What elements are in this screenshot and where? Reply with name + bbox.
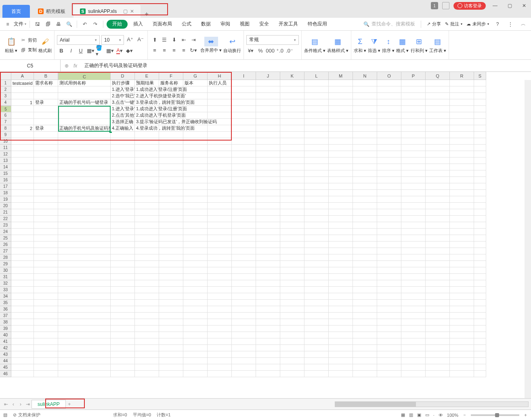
cell[interactable] xyxy=(159,222,183,229)
cell[interactable] xyxy=(111,293,135,300)
cell[interactable] xyxy=(34,164,58,170)
cell[interactable] xyxy=(232,274,256,280)
cell[interactable] xyxy=(232,203,256,209)
cell[interactable] xyxy=(159,170,183,177)
cell[interactable] xyxy=(232,235,256,242)
cell[interactable] xyxy=(232,326,256,332)
cell[interactable] xyxy=(58,371,111,377)
cell[interactable] xyxy=(401,306,426,313)
cell[interactable] xyxy=(183,170,208,177)
cell[interactable] xyxy=(159,190,183,196)
cell[interactable]: 登录 xyxy=(34,125,58,132)
cell[interactable] xyxy=(450,326,474,332)
cell[interactable] xyxy=(58,151,111,158)
cell[interactable] xyxy=(135,158,159,164)
cell[interactable] xyxy=(232,196,256,203)
cell[interactable] xyxy=(256,351,280,358)
row-header-25[interactable]: 25 xyxy=(0,235,11,242)
cell[interactable] xyxy=(256,151,280,158)
cell[interactable] xyxy=(401,177,426,183)
cell[interactable] xyxy=(426,338,450,345)
cell[interactable] xyxy=(159,345,183,351)
cell[interactable] xyxy=(401,235,426,242)
col-header-Q[interactable]: Q xyxy=(426,72,450,80)
cell[interactable] xyxy=(280,164,304,170)
cell[interactable] xyxy=(377,371,401,377)
cell[interactable] xyxy=(183,345,208,351)
cell[interactable] xyxy=(474,138,486,145)
cell[interactable]: 登录 xyxy=(34,99,58,106)
cell[interactable] xyxy=(280,86,304,93)
align-middle[interactable]: ☰ xyxy=(160,36,169,44)
cell[interactable] xyxy=(256,358,280,364)
cell[interactable] xyxy=(329,261,353,267)
cell[interactable] xyxy=(377,300,401,306)
cell[interactable] xyxy=(256,177,280,183)
cell[interactable] xyxy=(353,86,377,93)
cell[interactable] xyxy=(232,254,256,261)
cell[interactable] xyxy=(329,190,353,196)
cell[interactable] xyxy=(256,190,280,196)
wrap-button[interactable]: ↩自动换行 xyxy=(223,31,241,59)
cell[interactable] xyxy=(426,313,450,319)
cell[interactable] xyxy=(280,222,304,229)
help-icon[interactable]: ? xyxy=(493,20,502,29)
cell[interactable] xyxy=(280,177,304,183)
cell[interactable] xyxy=(58,306,111,313)
copy-button[interactable]: 🗐复制 xyxy=(20,46,37,55)
cell[interactable] xyxy=(280,242,304,248)
cell[interactable] xyxy=(34,183,58,190)
cell[interactable] xyxy=(474,326,486,332)
col-header-N[interactable]: N xyxy=(353,72,377,80)
cell[interactable] xyxy=(58,242,111,248)
cell[interactable] xyxy=(401,300,426,306)
cell[interactable] xyxy=(450,99,474,106)
cell[interactable] xyxy=(111,138,135,145)
sum-button[interactable]: Σ求和 ▾ xyxy=(354,31,366,59)
cell[interactable] xyxy=(474,151,486,158)
cell[interactable] xyxy=(304,177,329,183)
cell[interactable] xyxy=(377,280,401,287)
cell[interactable] xyxy=(183,261,208,267)
cell[interactable] xyxy=(474,93,486,99)
cell[interactable] xyxy=(353,274,377,280)
cell[interactable] xyxy=(208,132,232,138)
cell[interactable] xyxy=(34,274,58,280)
cell[interactable] xyxy=(280,203,304,209)
row-header-34[interactable]: 34 xyxy=(0,293,11,300)
cell[interactable]: 2.选中'我已' xyxy=(111,93,135,99)
cell[interactable] xyxy=(304,287,329,293)
save-as-icon[interactable]: 🗐 xyxy=(44,20,52,29)
cell[interactable] xyxy=(135,235,159,242)
cell[interactable] xyxy=(256,229,280,235)
cell[interactable] xyxy=(256,235,280,242)
cell[interactable] xyxy=(256,254,280,261)
cell[interactable] xyxy=(159,235,183,242)
cell[interactable] xyxy=(280,106,304,112)
cell[interactable] xyxy=(450,242,474,248)
cell[interactable] xyxy=(401,132,426,138)
cell[interactable] xyxy=(353,177,377,183)
cell[interactable] xyxy=(256,164,280,170)
cell[interactable] xyxy=(329,313,353,319)
cell[interactable] xyxy=(232,170,256,177)
cell[interactable] xyxy=(183,222,208,229)
cell[interactable]: 版本 xyxy=(183,80,208,86)
cell[interactable] xyxy=(208,319,232,326)
view-layout-icon[interactable]: ▥ xyxy=(409,412,413,418)
cell[interactable] xyxy=(159,229,183,235)
cell[interactable] xyxy=(11,235,34,242)
col-header-O[interactable]: O xyxy=(377,72,401,80)
cell[interactable] xyxy=(401,351,426,358)
cell[interactable]: testcaseid xyxy=(11,80,34,86)
cell[interactable] xyxy=(329,280,353,287)
cell[interactable]: 3.提示'验证码已发送'，并正确收到验证码 xyxy=(135,119,159,125)
cell[interactable] xyxy=(208,358,232,364)
cell[interactable] xyxy=(111,364,135,371)
row-header-21[interactable]: 21 xyxy=(0,209,11,216)
cell[interactable]: 测试用例名称 xyxy=(58,80,111,86)
row-header-33[interactable]: 33 xyxy=(0,287,11,293)
cell[interactable] xyxy=(474,132,486,138)
cell[interactable]: 服务名称 xyxy=(159,80,183,86)
align-right[interactable]: ≡ xyxy=(170,46,178,55)
